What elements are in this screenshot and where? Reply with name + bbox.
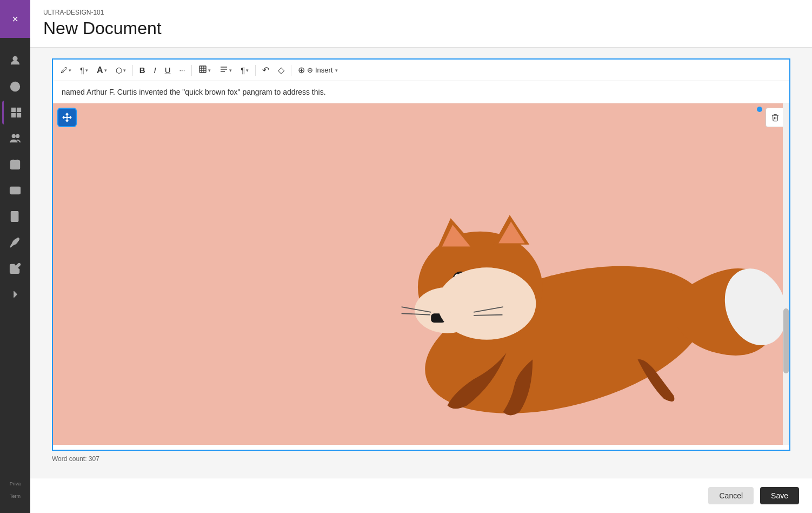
clear-format-btn[interactable]: ◇ (275, 63, 288, 77)
editor-container: 🖊 ▾ ¶ ▾ A ▾ ⬡ ▾ (52, 58, 790, 451)
table-icon (198, 65, 207, 75)
svg-line-46 (474, 315, 502, 315)
scrollbar-thumb[interactable] (783, 308, 789, 373)
editor-wrapper: 🖊 ▾ ¶ ▾ A ▾ ⬡ ▾ (30, 48, 812, 478)
sidebar-item-calendar[interactable] (2, 153, 28, 176)
clear-format-icon: ◇ (278, 65, 284, 75)
main-content: ULTRA-DESIGN-101 New Document 🖊 ▾ ¶ ▾ A (30, 0, 812, 513)
pen-icon: 🖊 (61, 66, 68, 74)
chevron-down-icon: ▾ (123, 68, 126, 73)
sidebar-footer: Priva Term (9, 479, 22, 513)
more-btn[interactable]: ··· (176, 64, 188, 76)
format-color-btn[interactable]: ⬡ ▾ (112, 64, 129, 77)
undo-btn[interactable]: ↶ (259, 63, 272, 77)
font-size-icon: A (97, 65, 103, 75)
sidebar-item-edit[interactable] (2, 256, 28, 280)
sidebar-nav (2, 38, 28, 479)
sidebar: × (0, 0, 30, 513)
undo-icon: ↶ (262, 65, 269, 75)
scrollbar[interactable] (783, 103, 789, 445)
close-button[interactable]: × (0, 0, 30, 38)
cancel-button[interactable]: Cancel (708, 487, 754, 504)
page-title: New Document (43, 18, 799, 38)
toolbar: 🖊 ▾ ¶ ▾ A ▾ ⬡ ▾ (53, 60, 789, 81)
svg-point-41 (437, 267, 536, 339)
chevron-down-icon: ▾ (246, 68, 249, 73)
word-count: Word count: 307 (52, 451, 790, 467)
svg-rect-5 (17, 108, 20, 111)
privacy-link[interactable]: Priva (9, 479, 22, 490)
underline-icon: U (165, 65, 171, 75)
paragraph-format-icon: ¶ (80, 65, 84, 75)
more-icon: ··· (179, 66, 185, 74)
svg-rect-14 (12, 165, 14, 167)
align-btn[interactable]: ▾ (216, 63, 235, 77)
insert-label: ⊕ Insert (307, 66, 332, 74)
italic-btn[interactable]: I (150, 63, 159, 77)
format-size-btn[interactable]: A ▾ (94, 63, 110, 77)
toolbar-divider-2 (191, 65, 192, 76)
toolbar-divider-3 (255, 65, 256, 76)
bold-btn[interactable]: B (136, 63, 149, 77)
plus-circle-icon: ⊕ (298, 65, 305, 75)
chevron-down-icon: ▾ (69, 68, 71, 73)
chevron-down-icon: ▾ (229, 68, 232, 73)
svg-rect-15 (15, 165, 16, 167)
svg-point-8 (12, 135, 16, 138)
sidebar-item-brush[interactable] (2, 231, 28, 254)
sidebar-item-people[interactable] (2, 127, 28, 150)
svg-rect-7 (17, 114, 20, 117)
toolbar-divider-1 (132, 65, 133, 76)
resize-handle[interactable] (757, 107, 762, 112)
fox-image (53, 103, 789, 445)
image-area[interactable] (53, 103, 789, 445)
image-move-handle[interactable] (57, 108, 77, 127)
terms-link[interactable]: Term (9, 491, 22, 502)
image-delete-btn[interactable] (766, 108, 785, 127)
svg-rect-6 (11, 114, 15, 117)
align-icon (219, 65, 228, 75)
indent-icon: ¶ (241, 65, 245, 75)
indent-btn[interactable]: ¶ ▾ (237, 63, 252, 77)
svg-rect-21 (199, 66, 206, 73)
bold-icon: B (139, 65, 145, 75)
footer-actions: Cancel Save (30, 478, 812, 513)
format-paragraph-btn[interactable]: ¶ ▾ (77, 63, 91, 77)
italic-icon: I (154, 65, 156, 75)
table-btn[interactable]: ▾ (195, 63, 214, 77)
svg-point-9 (16, 135, 19, 138)
sidebar-item-notes[interactable] (2, 205, 28, 228)
chevron-down-icon: ▾ (104, 68, 107, 73)
toolbar-divider-4 (291, 65, 291, 76)
editor-content[interactable]: named Arthur F. Curtis invented the "qui… (53, 81, 789, 450)
save-button[interactable]: Save (760, 487, 799, 504)
format-pen-btn[interactable]: 🖊 ▾ (57, 64, 75, 76)
editor-text: named Arthur F. Curtis invented the "qui… (53, 81, 789, 103)
sidebar-item-navigate[interactable] (2, 282, 28, 306)
sidebar-item-mail[interactable] (2, 179, 28, 202)
chevron-down-icon: ▾ (335, 68, 338, 73)
insert-btn[interactable]: ⊕ ⊕ Insert ▾ (295, 63, 341, 77)
sidebar-item-dashboard[interactable] (2, 101, 28, 124)
underline-btn[interactable]: U (162, 63, 174, 77)
color-icon: ⬡ (116, 66, 122, 75)
breadcrumb: ULTRA-DESIGN-101 (43, 9, 799, 16)
close-icon: × (12, 13, 18, 25)
header: ULTRA-DESIGN-101 New Document (30, 0, 812, 48)
sidebar-item-user[interactable] (2, 49, 28, 73)
chevron-down-icon: ▾ (208, 68, 211, 73)
svg-point-0 (13, 57, 17, 61)
sidebar-item-globe[interactable] (2, 75, 28, 98)
chevron-down-icon: ▾ (85, 68, 88, 73)
svg-rect-4 (11, 108, 15, 111)
